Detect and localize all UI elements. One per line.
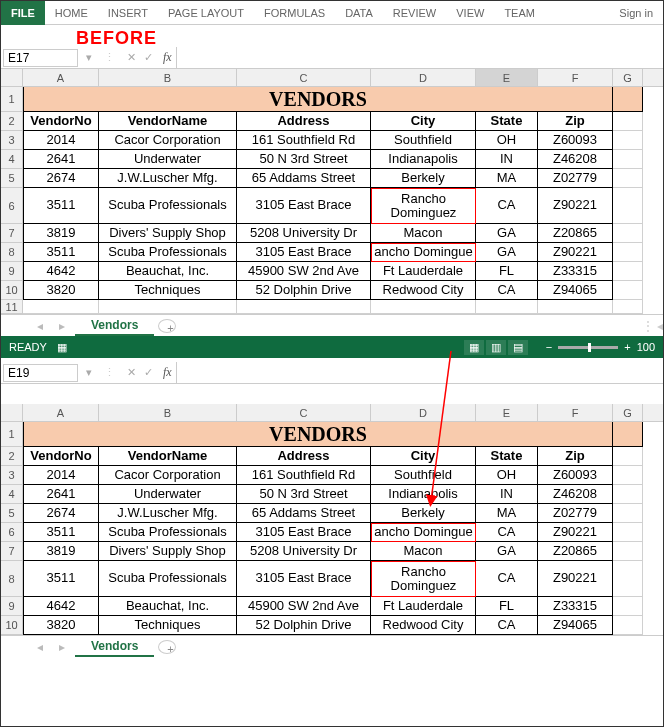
enter-icon[interactable]: ✓ <box>144 366 153 379</box>
data-cell[interactable]: 52 Dolphin Drive <box>237 616 371 635</box>
data-cell[interactable]: Cacor Corporation <box>99 466 237 485</box>
data-cell[interactable]: CA <box>476 188 538 224</box>
formula-input[interactable] <box>176 362 663 383</box>
col-D[interactable]: D <box>371 69 476 86</box>
data-cell[interactable]: Z33315 <box>538 597 613 616</box>
view-layout-icon[interactable]: ▥ <box>486 340 506 355</box>
data-cell[interactable]: Rancho Dominguez <box>371 188 476 224</box>
tab-data[interactable]: DATA <box>335 3 383 23</box>
data-cell[interactable]: 161 Southfield Rd <box>237 131 371 150</box>
col-B[interactable]: B <box>99 69 237 86</box>
file-tab[interactable]: FILE <box>1 1 45 25</box>
data-cell[interactable]: Macon <box>371 542 476 561</box>
header-cell[interactable]: Address <box>237 112 371 131</box>
enter-icon[interactable]: ✓ <box>144 51 153 64</box>
data-cell[interactable]: Southfield <box>371 131 476 150</box>
data-cell[interactable]: 4642 <box>23 262 99 281</box>
data-cell[interactable]: Underwater <box>99 485 237 504</box>
data-cell[interactable]: 2014 <box>23 131 99 150</box>
header-cell[interactable]: State <box>476 112 538 131</box>
data-cell[interactable]: OH <box>476 131 538 150</box>
title-cell[interactable]: VENDORS <box>23 422 613 447</box>
formula-input[interactable] <box>176 47 663 68</box>
data-cell[interactable]: Scuba Professionals <box>99 243 237 262</box>
data-cell[interactable]: Z90221 <box>538 561 613 597</box>
data-cell[interactable]: 2641 <box>23 150 99 169</box>
data-cell[interactable]: Redwood City <box>371 281 476 300</box>
new-sheet-button[interactable]: + <box>158 319 176 333</box>
data-cell[interactable]: GA <box>476 224 538 243</box>
cancel-icon[interactable]: ✕ <box>127 366 136 379</box>
col-G[interactable]: G <box>613 69 643 86</box>
data-cell[interactable]: 3105 East Brace <box>237 188 371 224</box>
data-cell[interactable]: Z90221 <box>538 243 613 262</box>
data-cell[interactable]: Berkely <box>371 504 476 523</box>
data-cell[interactable]: Ft Lauderdale <box>371 597 476 616</box>
data-cell[interactable]: J.W.Luscher Mfg. <box>99 504 237 523</box>
data-cell[interactable]: 5208 University Dr <box>237 224 371 243</box>
data-cell[interactable]: 65 Addams Street <box>237 169 371 188</box>
zoom-slider[interactable] <box>558 346 618 349</box>
data-cell[interactable]: 2674 <box>23 504 99 523</box>
header-cell[interactable]: Address <box>237 447 371 466</box>
data-cell[interactable]: CA <box>476 523 538 542</box>
data-cell[interactable]: 50 N 3rd Street <box>237 150 371 169</box>
col-A[interactable]: A <box>23 404 99 421</box>
data-cell[interactable]: IN <box>476 150 538 169</box>
name-box[interactable] <box>3 49 78 67</box>
col-F[interactable]: F <box>538 69 613 86</box>
data-cell[interactable]: MA <box>476 504 538 523</box>
data-cell[interactable]: 2641 <box>23 485 99 504</box>
data-cell[interactable]: Z90221 <box>538 523 613 542</box>
data-cell[interactable]: OH <box>476 466 538 485</box>
dropdown-icon[interactable]: ▾ <box>86 51 92 64</box>
dropdown-icon[interactable]: ▾ <box>86 366 92 379</box>
view-normal-icon[interactable]: ▦ <box>464 340 484 355</box>
data-cell[interactable]: GA <box>476 542 538 561</box>
data-cell[interactable]: ancho Domingue <box>371 243 476 262</box>
tab-team[interactable]: TEAM <box>494 3 545 23</box>
tab-insert[interactable]: INSERT <box>98 3 158 23</box>
tab-page-layout[interactable]: PAGE LAYOUT <box>158 3 254 23</box>
macro-icon[interactable]: ▦ <box>57 341 67 354</box>
col-G[interactable]: G <box>613 404 643 421</box>
view-pagebreak-icon[interactable]: ▤ <box>508 340 528 355</box>
data-cell[interactable]: Rancho Dominguez <box>371 561 476 597</box>
data-cell[interactable]: Indianapolis <box>371 485 476 504</box>
fx-icon[interactable]: fx <box>159 50 176 65</box>
data-cell[interactable]: Z60093 <box>538 131 613 150</box>
data-cell[interactable]: 3511 <box>23 188 99 224</box>
data-cell[interactable]: 2014 <box>23 466 99 485</box>
data-cell[interactable]: Z02779 <box>538 169 613 188</box>
title-cell[interactable]: VENDORS <box>23 87 613 112</box>
col-B[interactable]: B <box>99 404 237 421</box>
tab-home[interactable]: HOME <box>45 3 98 23</box>
col-F[interactable]: F <box>538 404 613 421</box>
sheet-nav-right[interactable]: ▸ <box>53 319 71 333</box>
data-cell[interactable]: Macon <box>371 224 476 243</box>
data-cell[interactable]: Beauchat, Inc. <box>99 262 237 281</box>
data-cell[interactable]: GA <box>476 243 538 262</box>
data-cell[interactable]: 45900 SW 2nd Ave <box>237 597 371 616</box>
data-cell[interactable]: Scuba Professionals <box>99 523 237 542</box>
data-cell[interactable]: 3820 <box>23 281 99 300</box>
data-cell[interactable]: 3511 <box>23 243 99 262</box>
sign-in-link[interactable]: Sign in <box>609 3 663 23</box>
data-cell[interactable]: Techniques <box>99 616 237 635</box>
sheet-tab-vendors[interactable]: Vendors <box>75 316 154 336</box>
data-cell[interactable]: Z46208 <box>538 485 613 504</box>
header-cell[interactable]: VendorNo <box>23 112 99 131</box>
data-cell[interactable]: CA <box>476 281 538 300</box>
data-cell[interactable]: 3105 East Brace <box>237 561 371 597</box>
header-cell[interactable]: VendorName <box>99 112 237 131</box>
header-cell[interactable]: City <box>371 447 476 466</box>
data-cell[interactable]: Divers' Supply Shop <box>99 542 237 561</box>
data-cell[interactable]: 45900 SW 2nd Ave <box>237 262 371 281</box>
data-cell[interactable]: 4642 <box>23 597 99 616</box>
data-cell[interactable]: Underwater <box>99 150 237 169</box>
data-cell[interactable]: 3511 <box>23 523 99 542</box>
data-cell[interactable]: Beauchat, Inc. <box>99 597 237 616</box>
col-C[interactable]: C <box>237 69 371 86</box>
header-cell[interactable]: VendorNo <box>23 447 99 466</box>
data-cell[interactable]: 3819 <box>23 224 99 243</box>
